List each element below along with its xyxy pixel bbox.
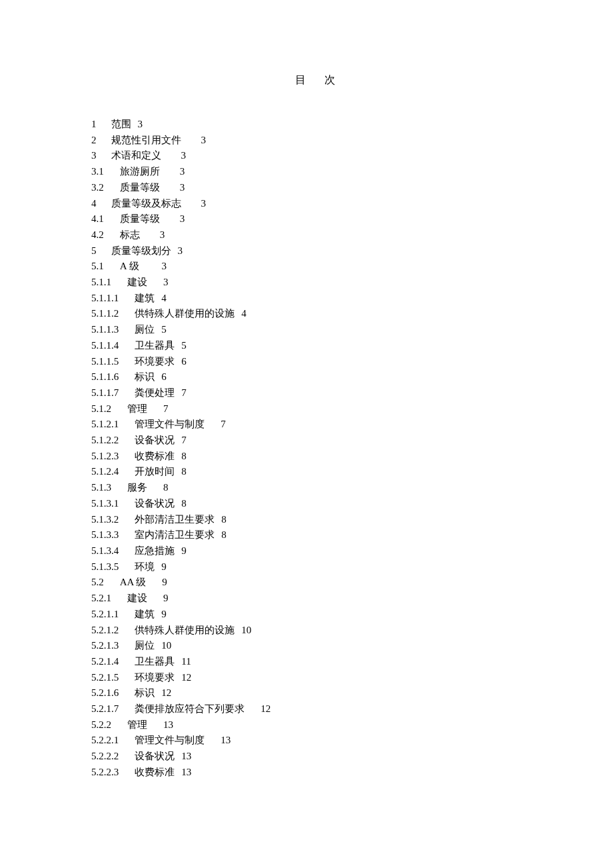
toc-entry-number: 5.1.3.2 xyxy=(91,512,119,528)
toc-entry: 5.1.3.1设备状况8 xyxy=(91,496,546,512)
toc-entry-page: 6 xyxy=(181,354,187,370)
toc-entry-page: 12 xyxy=(261,701,271,717)
toc-entry-page: 13 xyxy=(181,765,191,781)
toc-entry: 5.1.2管理7 xyxy=(91,401,546,417)
toc-entry: 5.1.3.4应急措施9 xyxy=(91,543,546,559)
toc-entry: 5.2.2.3收费标准13 xyxy=(91,765,546,781)
toc-entry: 5.2.2管理13 xyxy=(91,717,546,733)
toc-entry: 5.1.1.5环境要求6 xyxy=(91,354,546,370)
toc-entry: 5.2.1.6标识12 xyxy=(91,685,546,701)
toc-entry: 5.2.1.7粪便排放应符合下列要求12 xyxy=(91,701,546,717)
toc-entry-number: 4.2 xyxy=(91,227,104,243)
toc-entry-number: 5.1.2 xyxy=(91,401,111,417)
toc-entry-page: 10 xyxy=(161,638,171,654)
toc-entry-page: 3 xyxy=(160,227,165,243)
toc-entry-label: AA 级 xyxy=(120,575,147,591)
toc-entry-number: 2 xyxy=(91,133,97,149)
toc-entry-number: 5.2.1.3 xyxy=(91,638,119,654)
toc-entry-page: 5 xyxy=(181,338,187,354)
toc-entry: 5.1.2.4开放时间8 xyxy=(91,464,546,480)
toc-entry: 5.1A 级3 xyxy=(91,259,546,275)
toc-entry-page: 12 xyxy=(181,670,191,686)
toc-entry: 1范围3 xyxy=(91,117,546,133)
toc-entry-number: 3.1 xyxy=(91,164,104,180)
toc-entry-page: 13 xyxy=(221,733,231,749)
toc-entry-page: 11 xyxy=(181,654,191,670)
toc-entry-number: 5.2.1.6 xyxy=(91,685,119,701)
toc-entry-number: 5.1.1.1 xyxy=(91,291,119,307)
toc-entry-label: 标识 xyxy=(135,369,155,385)
toc-entry-number: 5.1.1.2 xyxy=(91,306,119,322)
toc-entry-number: 4.1 xyxy=(91,211,104,227)
toc-entry-page: 9 xyxy=(163,591,169,607)
toc-entry-number: 5.2.2.1 xyxy=(91,733,119,749)
toc-entry-label: 粪便处理 xyxy=(135,385,175,401)
toc-entry-page: 3 xyxy=(181,148,187,164)
toc-entry: 5.1.3.2外部清洁卫生要求8 xyxy=(91,512,546,528)
toc-entry-label: 质量等级划分 xyxy=(111,243,171,259)
toc-entry-page: 9 xyxy=(161,559,167,575)
toc-entry-number: 5.1 xyxy=(91,259,104,275)
toc-entry-number: 5.1.2.1 xyxy=(91,417,119,433)
toc-entry-label: 质量等级及标志 xyxy=(111,196,181,212)
toc-entry-number: 5.2.2.2 xyxy=(91,749,119,765)
toc-entry-label: 供特殊人群使用的设施 xyxy=(135,623,235,639)
toc-entry-page: 8 xyxy=(181,449,187,465)
toc-entry: 5.2.1建设9 xyxy=(91,591,546,607)
toc-entry: 5.1.2.1管理文件与制度7 xyxy=(91,417,546,433)
toc-entry-number: 5.1.2.2 xyxy=(91,433,119,449)
toc-entry: 5.1.1.3厕位5 xyxy=(91,322,546,338)
toc-entry-label: 卫生器具 xyxy=(135,338,175,354)
toc-entry-label: 服务 xyxy=(127,480,147,496)
toc-entry-number: 5.2.1.2 xyxy=(91,623,119,639)
toc-entry: 5.1.1.2供特殊人群使用的设施4 xyxy=(91,306,546,322)
toc-entry-page: 7 xyxy=(163,401,169,417)
toc-entry-page: 13 xyxy=(163,717,173,733)
toc-entry: 4质量等级及标志3 xyxy=(91,196,546,212)
toc-entry: 3.1旅游厕所3 xyxy=(91,164,546,180)
toc-entry: 5.2AA 级9 xyxy=(91,575,546,591)
toc-entry-number: 5.2 xyxy=(91,575,104,591)
toc-entry-page: 3 xyxy=(180,211,185,227)
toc-title: 目 次 xyxy=(91,73,546,87)
toc-entry-page: 3 xyxy=(180,180,185,196)
toc-entry-label: 管理 xyxy=(127,717,147,733)
toc-entry-label: 开放时间 xyxy=(135,464,175,480)
toc-entry-number: 5.2.1.7 xyxy=(91,701,119,717)
toc-entry-page: 5 xyxy=(161,322,167,338)
toc-entry-number: 5.2.1 xyxy=(91,591,111,607)
toc-entry-number: 5.1.2.4 xyxy=(91,464,119,480)
toc-entry-page: 7 xyxy=(181,433,187,449)
toc-entry: 5.1.1建设3 xyxy=(91,275,546,291)
toc-entry-label: 管理文件与制度 xyxy=(135,733,205,749)
toc-entry-label: 收费标准 xyxy=(135,449,175,465)
toc-entry: 3.2质量等级3 xyxy=(91,180,546,196)
toc-entry-number: 5.2.2.3 xyxy=(91,765,119,781)
toc-entry-label: 质量等级 xyxy=(120,180,160,196)
toc-entry: 5.1.1.7粪便处理7 xyxy=(91,385,546,401)
toc-entry-label: 范围 xyxy=(111,117,131,133)
toc-entry-page: 10 xyxy=(241,623,251,639)
toc-entry-page: 3 xyxy=(201,133,207,149)
toc-entry-page: 3 xyxy=(163,275,169,291)
toc-entry-page: 7 xyxy=(181,385,187,401)
toc-entry: 4.2标志3 xyxy=(91,227,546,243)
toc-entry: 5.2.1.5环境要求12 xyxy=(91,670,546,686)
toc-entry-page: 8 xyxy=(221,512,227,528)
toc-entry-page: 3 xyxy=(201,196,207,212)
toc-entry-page: 7 xyxy=(221,417,226,433)
toc-entry: 5.2.1.1建筑9 xyxy=(91,607,546,623)
toc-entry-label: 设备状况 xyxy=(135,433,175,449)
toc-entry-page: 4 xyxy=(241,306,247,322)
toc-entry: 3术语和定义3 xyxy=(91,148,546,164)
toc-entry-number: 5.2.2 xyxy=(91,717,111,733)
toc-entry-label: 厕位 xyxy=(135,638,155,654)
toc-entry-page: 3 xyxy=(180,164,185,180)
toc-entry-number: 5.2.1.5 xyxy=(91,670,119,686)
toc-entry-label: 供特殊人群使用的设施 xyxy=(135,306,235,322)
toc-entry-number: 5.1.3.1 xyxy=(91,496,119,512)
toc-entry-label: 室内清洁卫生要求 xyxy=(135,527,215,543)
toc-entry-label: 建筑 xyxy=(135,291,155,307)
toc-entry-label: 环境要求 xyxy=(135,354,175,370)
toc-entry-label: 标识 xyxy=(135,685,155,701)
